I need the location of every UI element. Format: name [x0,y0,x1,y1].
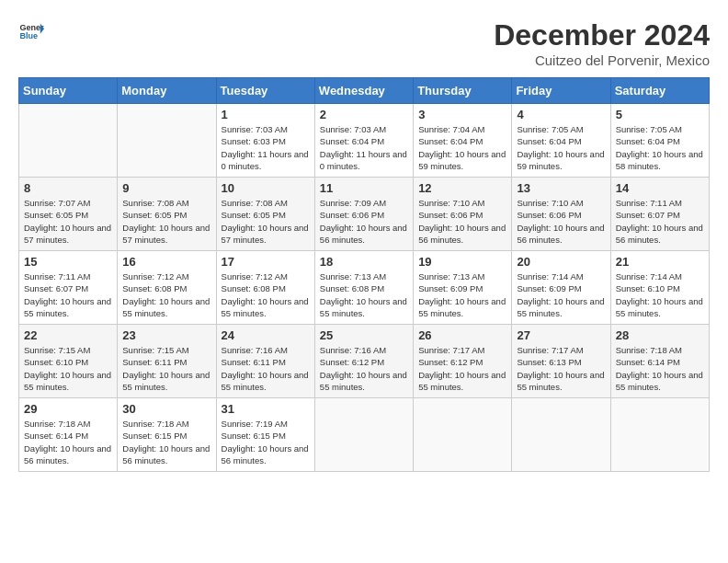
day-info: Sunrise: 7:15 AMSunset: 6:10 PMDaylight:… [24,344,112,393]
day-number: 25 [320,328,408,342]
header-thursday: Thursday [414,78,512,104]
day-number: 28 [616,328,704,342]
calendar-week-3: 15Sunrise: 7:11 AMSunset: 6:07 PMDayligh… [19,251,710,325]
day-number: 13 [517,181,605,195]
calendar-cell: 22Sunrise: 7:15 AMSunset: 6:10 PMDayligh… [19,325,118,398]
day-info: Sunrise: 7:05 AMSunset: 6:04 PMDaylight:… [616,123,704,172]
day-info: Sunrise: 7:17 AMSunset: 6:13 PMDaylight:… [517,344,605,393]
header-friday: Friday [512,78,610,104]
calendar-cell: 27Sunrise: 7:17 AMSunset: 6:13 PMDayligh… [512,325,610,398]
day-number: 20 [517,255,605,269]
header-monday: Monday [118,78,216,104]
day-number: 4 [517,108,605,121]
day-number: 18 [320,255,408,269]
day-number: 5 [616,108,704,121]
day-number: 12 [418,181,506,195]
calendar-cell: 13Sunrise: 7:10 AMSunset: 6:06 PMDayligh… [512,178,610,251]
calendar-cell: 28Sunrise: 7:18 AMSunset: 6:14 PMDayligh… [610,325,709,398]
day-info: Sunrise: 7:03 AMSunset: 6:03 PMDaylight:… [222,123,310,172]
calendar-week-2: 8Sunrise: 7:07 AMSunset: 6:05 PMDaylight… [19,178,710,251]
day-number: 11 [320,181,408,195]
day-info: Sunrise: 7:15 AMSunset: 6:11 PMDaylight:… [122,344,210,393]
day-info: Sunrise: 7:18 AMSunset: 6:14 PMDaylight:… [616,344,704,393]
day-number: 29 [24,402,112,416]
calendar-cell: 11Sunrise: 7:09 AMSunset: 6:06 PMDayligh… [314,178,413,251]
day-info: Sunrise: 7:13 AMSunset: 6:08 PMDaylight:… [320,270,408,319]
logo-icon: General Blue [18,18,44,44]
calendar-week-5: 29Sunrise: 7:18 AMSunset: 6:14 PMDayligh… [19,398,710,472]
calendar-cell: 29Sunrise: 7:18 AMSunset: 6:14 PMDayligh… [19,398,118,472]
day-info: Sunrise: 7:08 AMSunset: 6:05 PMDaylight:… [122,197,210,246]
calendar-cell: 26Sunrise: 7:17 AMSunset: 6:12 PMDayligh… [414,325,512,398]
day-number: 9 [122,181,210,195]
day-number: 15 [24,255,112,269]
day-number: 21 [616,255,704,269]
calendar-cell: 16Sunrise: 7:12 AMSunset: 6:08 PMDayligh… [118,251,216,325]
calendar-cell: 18Sunrise: 7:13 AMSunset: 6:08 PMDayligh… [314,251,413,325]
title-block: December 2024 Cuitzeo del Porvenir, Mexi… [494,18,710,68]
calendar-week-4: 22Sunrise: 7:15 AMSunset: 6:10 PMDayligh… [19,325,710,398]
header-wednesday: Wednesday [314,78,413,104]
calendar-cell [314,398,413,472]
day-number: 14 [616,181,704,195]
day-info: Sunrise: 7:07 AMSunset: 6:05 PMDaylight:… [24,197,112,246]
day-number: 16 [122,255,210,269]
logo: General Blue [18,18,44,44]
day-number: 27 [517,328,605,342]
calendar-cell: 9Sunrise: 7:08 AMSunset: 6:05 PMDaylight… [118,178,216,251]
page-title: December 2024 [494,18,710,52]
day-number: 31 [222,402,310,416]
calendar-cell: 23Sunrise: 7:15 AMSunset: 6:11 PMDayligh… [118,325,216,398]
day-number: 10 [222,181,310,195]
day-info: Sunrise: 7:17 AMSunset: 6:12 PMDaylight:… [418,344,506,393]
calendar-header-row: SundayMondayTuesdayWednesdayThursdayFrid… [19,78,710,104]
calendar-cell [118,104,216,178]
day-info: Sunrise: 7:14 AMSunset: 6:09 PMDaylight:… [517,270,605,319]
day-info: Sunrise: 7:12 AMSunset: 6:08 PMDaylight:… [122,270,210,319]
day-info: Sunrise: 7:03 AMSunset: 6:04 PMDaylight:… [320,123,408,172]
day-number: 19 [418,255,506,269]
day-number: 2 [320,108,408,121]
calendar-cell: 12Sunrise: 7:10 AMSunset: 6:06 PMDayligh… [414,178,512,251]
day-info: Sunrise: 7:10 AMSunset: 6:06 PMDaylight:… [517,197,605,246]
day-info: Sunrise: 7:14 AMSunset: 6:10 PMDaylight:… [616,270,704,319]
calendar-cell: 15Sunrise: 7:11 AMSunset: 6:07 PMDayligh… [19,251,118,325]
calendar-cell [512,398,610,472]
day-info: Sunrise: 7:09 AMSunset: 6:06 PMDaylight:… [320,197,408,246]
day-info: Sunrise: 7:19 AMSunset: 6:15 PMDaylight:… [222,418,310,466]
day-info: Sunrise: 7:12 AMSunset: 6:08 PMDaylight:… [222,270,310,319]
calendar-cell: 3Sunrise: 7:04 AMSunset: 6:04 PMDaylight… [414,104,512,178]
calendar-cell: 21Sunrise: 7:14 AMSunset: 6:10 PMDayligh… [610,251,709,325]
svg-text:Blue: Blue [19,31,38,40]
day-info: Sunrise: 7:05 AMSunset: 6:04 PMDaylight:… [517,123,605,172]
calendar-cell: 8Sunrise: 7:07 AMSunset: 6:05 PMDaylight… [19,178,118,251]
header-sunday: Sunday [19,78,118,104]
calendar-cell: 24Sunrise: 7:16 AMSunset: 6:11 PMDayligh… [216,325,314,398]
day-info: Sunrise: 7:10 AMSunset: 6:06 PMDaylight:… [418,197,506,246]
calendar-cell [610,398,709,472]
calendar-week-1: 1Sunrise: 7:03 AMSunset: 6:03 PMDaylight… [19,104,710,178]
day-number: 22 [24,328,112,342]
day-number: 8 [24,181,112,195]
day-number: 26 [418,328,506,342]
calendar-cell: 10Sunrise: 7:08 AMSunset: 6:05 PMDayligh… [216,178,314,251]
calendar-cell [414,398,512,472]
day-info: Sunrise: 7:04 AMSunset: 6:04 PMDaylight:… [418,123,506,172]
calendar-cell: 19Sunrise: 7:13 AMSunset: 6:09 PMDayligh… [414,251,512,325]
calendar-cell: 31Sunrise: 7:19 AMSunset: 6:15 PMDayligh… [216,398,314,472]
calendar-cell: 4Sunrise: 7:05 AMSunset: 6:04 PMDaylight… [512,104,610,178]
calendar-cell: 17Sunrise: 7:12 AMSunset: 6:08 PMDayligh… [216,251,314,325]
day-number: 17 [222,255,310,269]
day-number: 30 [122,402,210,416]
calendar-cell: 20Sunrise: 7:14 AMSunset: 6:09 PMDayligh… [512,251,610,325]
calendar-cell: 1Sunrise: 7:03 AMSunset: 6:03 PMDaylight… [216,104,314,178]
day-info: Sunrise: 7:16 AMSunset: 6:12 PMDaylight:… [320,344,408,393]
page-header: General Blue December 2024 Cuitzeo del P… [18,18,710,68]
header-saturday: Saturday [610,78,709,104]
header-tuesday: Tuesday [216,78,314,104]
calendar-cell: 14Sunrise: 7:11 AMSunset: 6:07 PMDayligh… [610,178,709,251]
day-info: Sunrise: 7:08 AMSunset: 6:05 PMDaylight:… [222,197,310,246]
day-number: 1 [222,108,310,121]
day-info: Sunrise: 7:18 AMSunset: 6:14 PMDaylight:… [24,418,112,466]
calendar-cell: 30Sunrise: 7:18 AMSunset: 6:15 PMDayligh… [118,398,216,472]
